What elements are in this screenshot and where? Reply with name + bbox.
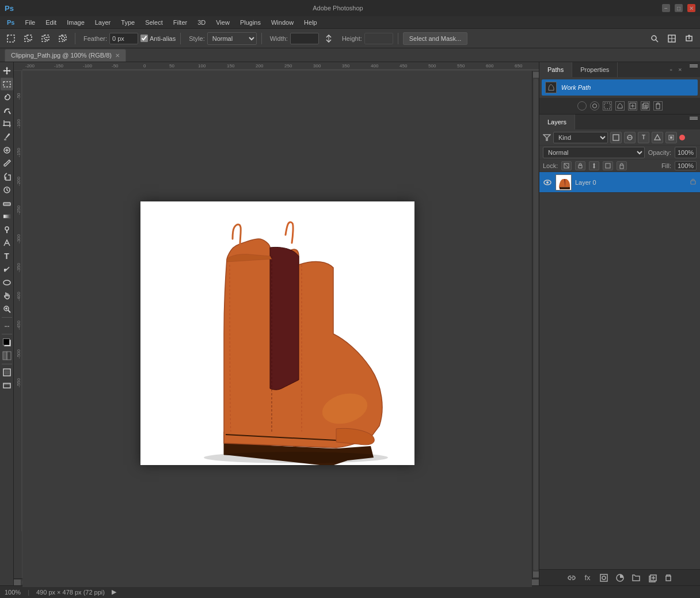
tool-move[interactable] <box>1 64 13 77</box>
lock-artboard-btn[interactable] <box>603 161 613 170</box>
tool-rectangular-marquee[interactable] <box>1 78 13 90</box>
change-screen-mode[interactable] <box>1 379 13 392</box>
fill-path-btn[interactable] <box>577 101 587 111</box>
work-path-row[interactable]: Work Path <box>542 79 698 96</box>
document-tab[interactable]: Clipping_Path.jpg @ 100% (RGB/8) ✕ <box>5 49 126 62</box>
menu-help[interactable]: Help <box>299 18 322 27</box>
tool-pen[interactable] <box>1 237 13 249</box>
tool-history-brush[interactable] <box>1 184 13 196</box>
lock-position-btn[interactable] <box>589 161 599 170</box>
layer-row-0[interactable]: Layer 0 <box>539 172 700 193</box>
share-btn[interactable] <box>682 31 697 46</box>
doc-tab-close[interactable]: ✕ <box>115 52 120 59</box>
new-fill-adj-layer-btn[interactable] <box>614 573 626 583</box>
close-button[interactable]: ✕ <box>687 4 695 12</box>
add-layer-style-btn[interactable]: fx <box>581 573 594 583</box>
menu-plugins[interactable]: Plugins <box>235 18 265 27</box>
quick-mask-btn[interactable] <box>1 349 13 362</box>
tool-dodge[interactable] <box>1 223 13 236</box>
menu-3d[interactable]: 3D <box>193 18 210 27</box>
tab-paths[interactable]: Paths <box>539 62 572 77</box>
select-mask-button[interactable]: Select and Mask... <box>403 32 468 45</box>
subtract-selection-btn[interactable] <box>38 31 53 46</box>
filter-shape-btn[interactable] <box>652 132 663 143</box>
selection-to-path-btn[interactable] <box>615 101 625 111</box>
tool-healing-brush[interactable] <box>1 144 13 157</box>
filter-pixel-btn[interactable] <box>610 132 622 143</box>
stroke-path-btn[interactable] <box>590 101 599 111</box>
delete-path-btn[interactable] <box>653 101 663 111</box>
tab-layers[interactable]: Layers <box>539 115 575 129</box>
filter-toggle-dot[interactable] <box>679 135 685 140</box>
style-select[interactable]: Normal Fixed Ratio Fixed Size <box>207 32 257 45</box>
right-scrollbar[interactable] <box>532 71 539 578</box>
delete-layer-btn[interactable] <box>662 573 675 583</box>
tool-ellipsis[interactable]: ··· <box>1 319 13 332</box>
new-layer-btn[interactable] <box>646 573 659 583</box>
add-layer-mask-btn[interactable] <box>598 573 610 583</box>
status-arrow[interactable]: ▶ <box>112 588 116 596</box>
tab-properties[interactable]: Properties <box>572 62 618 77</box>
fill-input[interactable] <box>675 161 697 170</box>
tool-hand[interactable] <box>1 290 13 302</box>
search-btn[interactable] <box>647 31 662 46</box>
layer-eye-0[interactable] <box>543 178 552 187</box>
width-input[interactable] <box>290 33 319 44</box>
maximize-button[interactable]: □ <box>675 4 683 12</box>
new-selection-btn[interactable] <box>3 31 18 46</box>
path-to-selection-btn[interactable] <box>603 101 612 111</box>
tool-lasso[interactable] <box>1 91 13 104</box>
new-group-btn[interactable] <box>630 573 642 583</box>
frame-tool[interactable] <box>1 366 13 379</box>
paths-panel-menu[interactable] <box>687 62 700 77</box>
svg-point-27 <box>5 227 9 230</box>
tool-zoom[interactable] <box>1 303 13 315</box>
swap-wh-btn[interactable] <box>321 31 336 46</box>
feather-input[interactable] <box>109 33 138 44</box>
menu-view[interactable]: View <box>211 18 234 27</box>
tool-brush[interactable] <box>1 157 13 170</box>
menu-select[interactable]: Select <box>140 18 168 27</box>
menu-image[interactable]: Image <box>62 18 89 27</box>
menu-ps[interactable]: Ps <box>2 18 19 27</box>
tool-clone-stamp[interactable] <box>1 170 13 183</box>
canvas-area[interactable] <box>22 79 532 587</box>
tool-eraser[interactable] <box>1 197 13 210</box>
tool-ellipse[interactable] <box>1 276 13 289</box>
svg-rect-19 <box>4 139 6 140</box>
tool-quick-selection[interactable] <box>1 104 13 117</box>
filter-smart-obj-btn[interactable] <box>665 132 677 143</box>
panel-collapse-paths[interactable]: « <box>668 67 674 73</box>
menu-file[interactable]: File <box>20 18 40 27</box>
menu-type[interactable]: Type <box>116 18 139 27</box>
layers-panel-menu[interactable] <box>687 115 700 129</box>
add-selection-btn[interactable] <box>21 31 36 46</box>
anti-alias-checkbox[interactable] <box>140 35 148 42</box>
filter-adj-btn[interactable] <box>624 132 636 143</box>
link-layers-btn[interactable] <box>565 573 578 583</box>
blend-mode-select[interactable]: Normal Dissolve Multiply Screen Overlay <box>543 147 645 158</box>
tool-type[interactable]: T <box>1 250 13 262</box>
foreground-bg-color[interactable] <box>1 336 13 349</box>
filter-kind-select[interactable]: Kind Name Effect Mode Attribute Color Sm… <box>553 132 608 143</box>
tool-path-selection[interactable] <box>1 263 13 276</box>
menu-edit[interactable]: Edit <box>41 18 61 27</box>
new-path-btn[interactable] <box>641 101 650 111</box>
opacity-input[interactable] <box>675 147 697 158</box>
lock-all-btn[interactable] <box>617 161 627 170</box>
height-input[interactable] <box>364 33 393 44</box>
tool-crop[interactable] <box>1 117 13 130</box>
minimize-button[interactable]: − <box>662 4 670 12</box>
menu-filter[interactable]: Filter <box>169 18 192 27</box>
tool-gradient[interactable] <box>1 210 13 223</box>
tool-eyedropper[interactable] <box>1 131 13 143</box>
workspaces-btn[interactable] <box>664 31 679 46</box>
menu-window[interactable]: Window <box>267 18 298 27</box>
lock-pixels-btn[interactable] <box>575 161 585 170</box>
menu-layer[interactable]: Layer <box>90 18 116 27</box>
filter-text-btn[interactable]: T <box>638 132 649 143</box>
lock-transparent-btn[interactable] <box>561 161 572 170</box>
add-layer-mask-btn[interactable] <box>628 101 637 111</box>
intersect-selection-btn[interactable] <box>55 31 70 46</box>
panel-close-paths[interactable]: ✕ <box>676 67 684 73</box>
